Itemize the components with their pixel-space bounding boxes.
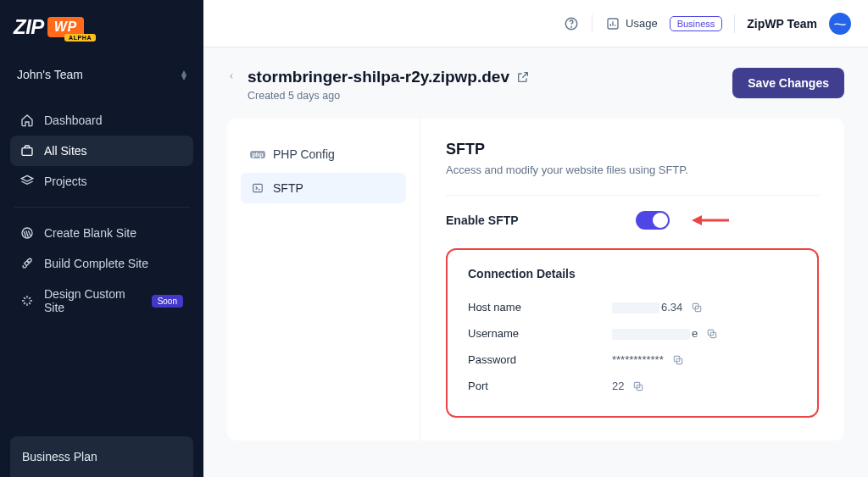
- copy-icon[interactable]: [691, 302, 703, 313]
- sidebar-item-label: Create Blank Site: [44, 226, 136, 240]
- content: stormbringer-shilpa-r2y.zipwp.dev Create…: [203, 47, 868, 477]
- team-name: ZipWP Team: [747, 17, 817, 31]
- nav-secondary: Create Blank Site Build Complete Site De…: [10, 218, 193, 323]
- username-value: e: [692, 327, 698, 340]
- copy-icon[interactable]: [672, 354, 684, 366]
- usage-link[interactable]: Usage: [604, 15, 658, 32]
- sidebar-item-label: Dashboard: [44, 114, 103, 127]
- page-title: stormbringer-shilpa-r2y.zipwp.dev: [248, 68, 530, 86]
- toggle-knob: [653, 213, 668, 228]
- enable-sftp-toggle[interactable]: [636, 211, 670, 230]
- section-description: Access and modify your website files usi…: [446, 164, 819, 176]
- detail-label: Host name: [468, 301, 612, 313]
- sidebar-item-design-custom[interactable]: Design Custom Site Soon: [10, 279, 193, 323]
- section-title: SFTP: [446, 141, 819, 158]
- sidebar-item-dashboard[interactable]: Dashboard: [10, 105, 193, 136]
- plan-badge[interactable]: Business: [670, 16, 723, 31]
- home-icon: [20, 114, 34, 127]
- external-link-icon[interactable]: [516, 70, 530, 84]
- sidebar: ZIP WP ALPHA John's Team ▴▾ Dashboard Al…: [0, 0, 203, 477]
- panel-nav-php-config[interactable]: php PHP Config: [241, 139, 406, 169]
- help-icon[interactable]: [563, 15, 580, 32]
- rocket-icon: [20, 257, 34, 270]
- main: Usage Business ZipWP Team stormbringer-s…: [203, 0, 868, 477]
- panel-nav-label: PHP Config: [273, 147, 335, 161]
- host-value: 6.34: [661, 301, 682, 313]
- sparkle-icon: [20, 294, 34, 308]
- page-title-text: stormbringer-shilpa-r2y.zipwp.dev: [248, 68, 509, 86]
- section-divider: [446, 195, 819, 196]
- nav-separator: [14, 207, 190, 208]
- enable-sftp-row: Enable SFTP: [446, 211, 819, 230]
- save-changes-button[interactable]: Save Changes: [732, 68, 844, 98]
- svg-point-3: [28, 261, 29, 262]
- plan-box[interactable]: Business Plan: [10, 436, 193, 477]
- arrow-annotation-icon: [690, 213, 731, 228]
- detail-row-password: Password ************: [468, 347, 797, 373]
- sidebar-item-create-blank[interactable]: Create Blank Site: [10, 218, 193, 248]
- logo-alpha-badge: ALPHA: [64, 34, 96, 42]
- port-value: 22: [612, 380, 624, 392]
- sidebar-item-label: All Sites: [44, 144, 87, 158]
- logo[interactable]: ZIP WP ALPHA: [10, 12, 193, 51]
- settings-panel: php PHP Config SFTP SFTP Access and modi…: [227, 119, 844, 441]
- detail-label: Password: [468, 353, 612, 366]
- sidebar-item-label: Design Custom Site: [44, 287, 142, 314]
- settings-panel-body: SFTP Access and modify your website file…: [420, 119, 844, 441]
- svg-marker-1: [21, 175, 32, 181]
- settings-panel-nav: php PHP Config SFTP: [227, 119, 420, 441]
- usage-label: Usage: [626, 17, 658, 30]
- soon-badge: Soon: [152, 295, 183, 308]
- svg-rect-0: [22, 148, 32, 156]
- layers-icon: [20, 175, 34, 188]
- sidebar-item-all-sites[interactable]: All Sites: [10, 136, 193, 166]
- divider: [734, 14, 735, 33]
- team-switcher-label: John's Team: [17, 68, 83, 81]
- updown-icon: ▴▾: [181, 69, 186, 80]
- panel-nav-sftp[interactable]: SFTP: [241, 173, 406, 203]
- topbar: Usage Business ZipWP Team: [203, 0, 868, 47]
- back-chevron-icon[interactable]: [227, 68, 236, 83]
- bar-chart-icon: [604, 15, 621, 32]
- page-subtitle: Created 5 days ago: [248, 90, 530, 102]
- sidebar-item-projects[interactable]: Projects: [10, 166, 193, 197]
- nav-primary: Dashboard All Sites Projects: [10, 105, 193, 197]
- divider: [592, 14, 593, 33]
- avatar[interactable]: [829, 13, 851, 35]
- svg-point-5: [571, 26, 572, 27]
- terminal-icon: [251, 181, 264, 195]
- logo-zip-text: ZIP: [14, 15, 44, 39]
- sidebar-item-label: Projects: [44, 175, 87, 188]
- copy-icon[interactable]: [632, 380, 644, 392]
- plan-label: Business Plan: [22, 450, 97, 463]
- enable-sftp-label: Enable SFTP: [446, 214, 615, 227]
- panel-nav-label: SFTP: [273, 181, 303, 195]
- connection-details-title: Connection Details: [468, 267, 797, 280]
- team-switcher[interactable]: John's Team ▴▾: [10, 59, 193, 90]
- svg-marker-10: [692, 215, 702, 225]
- password-value: ************: [612, 353, 664, 366]
- redacted-block: [612, 302, 659, 313]
- page-header: stormbringer-shilpa-r2y.zipwp.dev Create…: [227, 68, 844, 102]
- detail-row-port: Port 22: [468, 373, 797, 399]
- detail-label: Port: [468, 380, 612, 392]
- detail-label: Username: [468, 327, 612, 340]
- redacted-block: [612, 329, 690, 340]
- php-icon: php: [251, 147, 264, 161]
- wordpress-icon: [20, 226, 34, 240]
- connection-details-card: Connection Details Host name 6.34: [446, 248, 819, 418]
- detail-row-host: Host name 6.34: [468, 294, 797, 320]
- sidebar-item-label: Build Complete Site: [44, 257, 148, 270]
- sidebar-item-build-complete[interactable]: Build Complete Site: [10, 248, 193, 279]
- detail-row-username: Username e: [468, 320, 797, 347]
- copy-icon[interactable]: [706, 328, 718, 340]
- briefcase-icon: [20, 144, 34, 158]
